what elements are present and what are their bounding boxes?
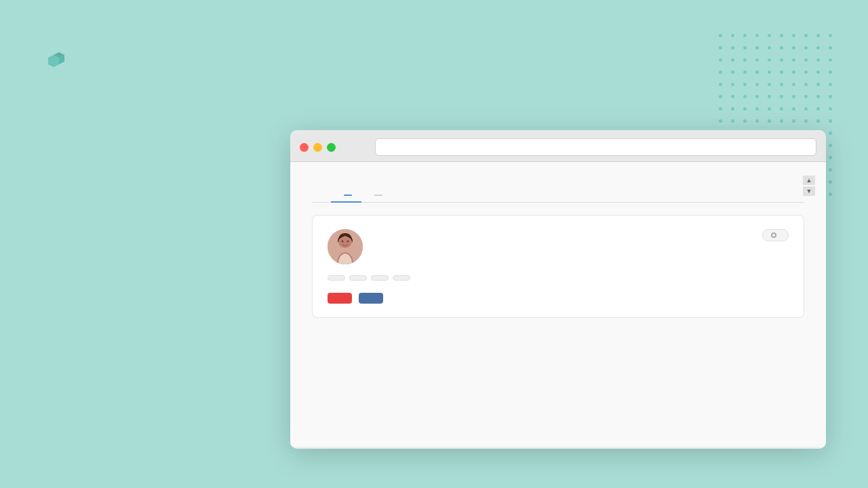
left-panel (41, 149, 271, 163)
browser-content: ▲ ▼ (290, 162, 826, 447)
reject-button[interactable] (328, 293, 352, 304)
traffic-light-red[interactable] (300, 143, 309, 152)
traffic-light-yellow[interactable] (313, 143, 322, 152)
tag-photography (371, 275, 389, 281)
tag-fashion (328, 275, 345, 281)
card-header-left (328, 229, 372, 264)
logo-icon (44, 51, 68, 75)
nav-buttons (347, 146, 368, 148)
svg-point-2 (342, 241, 344, 243)
card-header (328, 229, 789, 264)
forward-button[interactable] (355, 146, 360, 148)
scroll-up[interactable]: ▲ (803, 176, 815, 185)
avatar (328, 229, 363, 264)
approve-button[interactable] (359, 293, 383, 304)
tag-pets (349, 275, 367, 281)
refresh-button[interactable] (363, 146, 368, 148)
tab-review-content-badge (374, 195, 382, 196)
tab-review-content[interactable] (361, 189, 392, 203)
traffic-light-green[interactable] (327, 143, 336, 152)
scroll-arrows: ▲ ▼ (803, 176, 815, 196)
tag-sports (393, 275, 410, 281)
tab-campaign-details[interactable] (312, 189, 331, 203)
logo (44, 51, 75, 75)
browser-chrome (290, 130, 826, 162)
back-button[interactable] (347, 146, 352, 148)
action-buttons (328, 293, 789, 304)
tab-view-influencers-badge (344, 195, 352, 196)
traffic-lights (300, 143, 336, 152)
avatar-svg (328, 229, 363, 264)
address-bar[interactable] (375, 138, 816, 156)
tabs (312, 189, 804, 203)
svg-point-3 (347, 241, 349, 243)
influencer-card (312, 215, 804, 318)
status-dot (771, 232, 776, 238)
browser-window: ▲ ▼ (290, 130, 826, 449)
tab-view-influencers[interactable] (331, 189, 361, 203)
interests-tags (328, 275, 789, 281)
status-badge (762, 229, 789, 241)
scroll-down[interactable]: ▼ (803, 186, 815, 196)
